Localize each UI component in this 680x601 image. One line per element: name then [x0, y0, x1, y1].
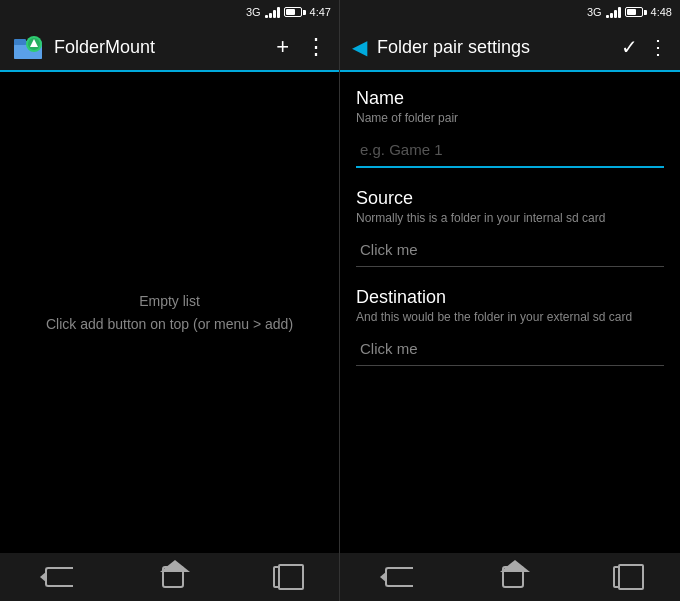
time-left: 4:47	[310, 6, 331, 18]
battery-fill-left	[286, 9, 296, 15]
destination-subtitle: And this would be the folder in your ext…	[356, 310, 664, 324]
bar1	[265, 15, 268, 18]
bar3	[273, 10, 276, 18]
bar1r	[606, 15, 609, 18]
action-bar-left: FolderMount + ⋮	[0, 24, 339, 72]
destination-title: Destination	[356, 287, 664, 308]
empty-list-text: Empty list Click add button on top (or m…	[46, 290, 293, 335]
settings-content: Name Name of folder pair Source Normally…	[340, 72, 680, 553]
back-button-right[interactable]: ◀	[352, 35, 367, 59]
signal-bars-right	[606, 6, 621, 18]
bar2	[269, 13, 272, 18]
network-type-left: 3G	[246, 6, 261, 18]
battery-body-right	[625, 7, 643, 17]
source-field[interactable]: Click me	[356, 233, 664, 267]
network-type-right: 3G	[587, 6, 602, 18]
battery-tip-right	[644, 10, 647, 15]
time-right: 4:48	[651, 6, 672, 18]
app-icon	[12, 31, 44, 63]
back-nav-right[interactable]	[385, 567, 413, 587]
action-bar-right: ◀ Folder pair settings ✓ ⋮	[340, 24, 680, 72]
app-title: FolderMount	[54, 37, 266, 58]
empty-line-2: Click add button on top (or menu > add)	[46, 313, 293, 335]
source-title: Source	[356, 188, 664, 209]
back-nav-left[interactable]	[45, 567, 73, 587]
battery-left	[284, 7, 306, 17]
overflow-menu-left[interactable]: ⋮	[305, 34, 327, 60]
source-subtitle: Normally this is a folder in your intern…	[356, 211, 664, 225]
source-section: Source Normally this is a folder in your…	[356, 188, 664, 267]
overflow-menu-right[interactable]: ⋮	[648, 35, 668, 59]
name-input[interactable]	[356, 133, 664, 168]
folder-mount-icon	[12, 31, 44, 63]
destination-section: Destination And this would be the folder…	[356, 287, 664, 366]
home-nav-right[interactable]	[502, 566, 524, 588]
destination-field-container: Click me	[356, 332, 664, 366]
svg-rect-2	[14, 39, 26, 45]
home-nav-left[interactable]	[162, 566, 184, 588]
battery-tip-left	[303, 10, 306, 15]
screen-title-right: Folder pair settings	[377, 37, 611, 58]
left-panel: 3G 4:47 FolderMount	[0, 0, 340, 601]
name-section: Name Name of folder pair	[356, 88, 664, 168]
status-bar-right: 3G 4:48	[340, 0, 680, 24]
bar2r	[610, 13, 613, 18]
bar3r	[614, 10, 617, 18]
bar4	[277, 7, 280, 18]
recents-nav-right[interactable]	[613, 566, 635, 588]
battery-fill-right	[627, 9, 637, 15]
destination-field[interactable]: Click me	[356, 332, 664, 366]
signal-bars-left	[265, 6, 280, 18]
battery-body-left	[284, 7, 302, 17]
content-area-left: Empty list Click add button on top (or m…	[0, 72, 339, 553]
right-panel: 3G 4:48 ◀ Folder pair settings ✓ ⋮ Name …	[340, 0, 680, 601]
recents-nav-left[interactable]	[273, 566, 295, 588]
status-bar-left: 3G 4:47	[0, 0, 339, 24]
bottom-nav-left	[0, 553, 339, 601]
bar4r	[618, 7, 621, 18]
add-button[interactable]: +	[276, 34, 289, 60]
bottom-nav-right	[340, 553, 680, 601]
action-bar-actions-left: + ⋮	[276, 34, 327, 60]
empty-line-1: Empty list	[46, 290, 293, 312]
name-field-container	[356, 133, 664, 168]
name-title: Name	[356, 88, 664, 109]
name-subtitle: Name of folder pair	[356, 111, 664, 125]
confirm-button[interactable]: ✓	[621, 35, 638, 59]
battery-right	[625, 7, 647, 17]
source-field-container: Click me	[356, 233, 664, 267]
